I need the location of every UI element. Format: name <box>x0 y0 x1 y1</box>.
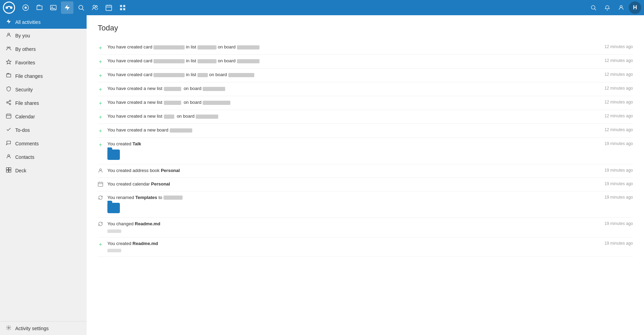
by-you-icon <box>6 32 12 39</box>
refresh-icon <box>98 195 107 202</box>
by-others-icon <box>6 46 12 52</box>
svg-point-35 <box>8 155 9 156</box>
calendar-app-icon[interactable] <box>103 1 115 14</box>
dashboard-app-icon[interactable] <box>19 1 32 14</box>
sidebar-item-comments[interactable]: Comments <box>0 137 87 150</box>
svg-rect-42 <box>98 182 103 186</box>
folder-thumbnail <box>107 203 120 213</box>
user-avatar[interactable]: H <box>629 1 641 14</box>
svg-rect-15 <box>120 5 122 7</box>
svg-point-28 <box>9 103 11 105</box>
sidebar-item-label: File changes <box>15 73 43 79</box>
activity-timestamp: 12 minutes ago <box>605 58 633 63</box>
sidebar-item-file-shares[interactable]: File shares <box>0 96 87 110</box>
plus-icon: ＋ <box>98 241 107 248</box>
svg-point-6 <box>52 7 53 8</box>
search-icon[interactable] <box>587 1 600 14</box>
activity-text: You created calendar Personal <box>107 181 599 188</box>
activity-text: You changed Readme.md <box>107 220 599 234</box>
search-app-icon[interactable] <box>75 1 87 14</box>
activity-text: You have created a new list on board <box>107 99 599 106</box>
activity-app-icon[interactable] <box>61 1 73 14</box>
contacts-icon <box>6 154 12 160</box>
sidebar-item-calendar[interactable]: Calendar <box>0 110 87 123</box>
sidebar-item-favorites[interactable]: Favorites <box>0 56 87 69</box>
svg-point-0 <box>3 2 15 13</box>
activity-content: Today ＋ You have created card in list on… <box>87 15 644 335</box>
sidebar-item-label: Deck <box>15 168 26 173</box>
activity-text: You have created a new board <box>107 127 599 134</box>
sidebar-item-to-dos[interactable]: To-dos <box>0 123 87 137</box>
activity-item: ＋ You have created card in list on board… <box>98 69 633 82</box>
sidebar-item-all-activities[interactable]: All activities <box>0 15 87 29</box>
svg-rect-39 <box>9 170 11 172</box>
svg-rect-18 <box>123 8 125 10</box>
svg-rect-36 <box>6 168 8 170</box>
sidebar-item-file-changes[interactable]: File changes <box>0 69 87 83</box>
more-apps-icon[interactable] <box>116 1 129 14</box>
svg-point-21 <box>620 6 622 8</box>
svg-point-27 <box>7 102 8 103</box>
svg-point-9 <box>93 5 95 8</box>
svg-rect-37 <box>9 168 11 170</box>
sidebar-item-label: By others <box>15 46 36 52</box>
to-dos-icon <box>6 127 12 133</box>
plus-icon: ＋ <box>98 127 107 135</box>
svg-line-20 <box>594 9 596 10</box>
file-shares-icon <box>6 100 12 106</box>
nextcloud-logo[interactable] <box>3 1 15 14</box>
activity-text: You have created card in list on board <box>107 57 599 64</box>
sidebar-item-by-others[interactable]: By others <box>0 42 87 56</box>
activity-timestamp: 19 minutes ago <box>605 168 633 173</box>
sidebar-item-label: Comments <box>15 141 39 146</box>
activity-item: ＋ You have created a new board 12 minute… <box>98 124 633 138</box>
activity-item: ＋ You have created a new list on board 1… <box>98 110 633 124</box>
sidebar-item-contacts[interactable]: Contacts <box>0 150 87 164</box>
plus-icon: ＋ <box>98 44 107 52</box>
activity-timestamp: 12 minutes ago <box>605 86 633 91</box>
file-thumbnail <box>107 249 121 252</box>
sidebar-item-label: Favorites <box>15 60 35 65</box>
activity-text: You have created card in list on board <box>107 71 599 78</box>
activity-item: ＋ You have created card in list on board… <box>98 41 633 55</box>
sidebar-item-activity-settings[interactable]: Activity settings <box>0 322 87 335</box>
svg-rect-16 <box>123 5 125 7</box>
activity-timestamp: 19 minutes ago <box>605 221 633 226</box>
svg-point-7 <box>79 5 83 9</box>
sidebar-item-label: All activities <box>15 19 41 25</box>
activity-item: ＋ You created Readme.md 19 minutes ago <box>98 237 633 257</box>
activity-item: You created address book Personal 19 min… <box>98 164 633 178</box>
sidebar-item-label: Contacts <box>15 154 34 160</box>
svg-rect-38 <box>6 170 8 172</box>
files-app-icon[interactable] <box>33 1 46 14</box>
svg-line-30 <box>8 101 10 102</box>
settings-icon <box>6 325 12 332</box>
sidebar-item-label: By you <box>15 33 30 38</box>
svg-rect-31 <box>6 114 11 118</box>
refresh-icon <box>98 221 107 228</box>
sidebar-item-deck[interactable]: Deck <box>0 164 87 177</box>
photos-app-icon[interactable] <box>47 1 60 14</box>
comments-icon <box>6 140 12 147</box>
activity-timestamp: 19 minutes ago <box>605 195 633 200</box>
sidebar-item-security[interactable]: Security <box>0 83 87 96</box>
activity-item: You created calendar Personal 19 minutes… <box>98 178 633 191</box>
activity-text: You have created a new list on board <box>107 113 599 120</box>
person-icon <box>98 168 107 175</box>
sidebar-item-label: Activity settings <box>15 326 48 331</box>
folder-thumbnail <box>107 150 120 160</box>
activity-timestamp: 12 minutes ago <box>605 127 633 132</box>
plus-icon: ＋ <box>98 114 107 121</box>
topnav-right-actions: H <box>587 1 641 14</box>
activity-timestamp: 12 minutes ago <box>605 44 633 49</box>
sidebar-item-label: Security <box>15 87 33 92</box>
contacts-app-icon[interactable] <box>89 1 101 14</box>
activity-timestamp: 19 minutes ago <box>605 181 633 186</box>
plus-icon: ＋ <box>98 72 107 79</box>
sidebar: All activities By you By others Favorite… <box>0 15 87 335</box>
notifications-icon[interactable] <box>601 1 614 14</box>
svg-rect-11 <box>106 5 112 10</box>
svg-point-23 <box>7 47 8 48</box>
sidebar-item-by-you[interactable]: By you <box>0 29 87 42</box>
contacts-icon[interactable] <box>615 1 627 14</box>
